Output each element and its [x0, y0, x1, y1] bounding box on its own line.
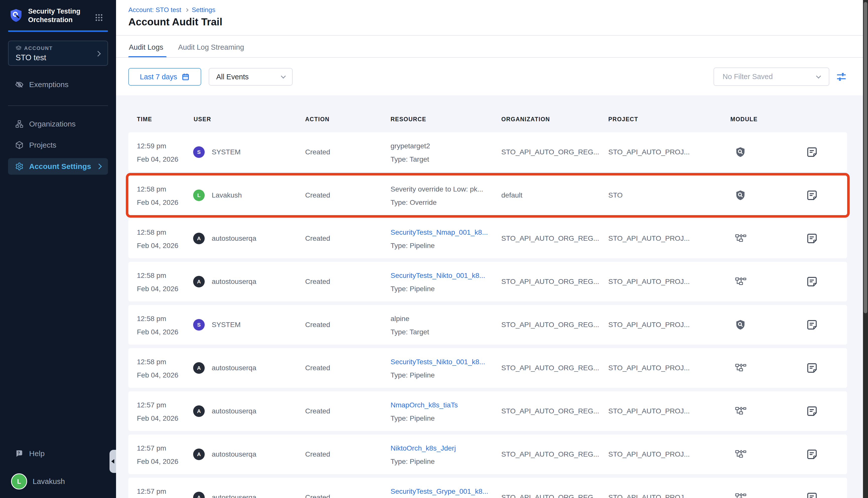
organization-cell: STO_API_AUTO_ORG_REG... [501, 391, 599, 431]
account-selector[interactable]: ACCOUNT STO test [8, 41, 108, 66]
action-cell: Created [305, 348, 330, 388]
table-row[interactable]: 12:57 pmFeb 04, 2026 A autostouserqa Cre… [128, 434, 847, 474]
column-header: USER [194, 116, 211, 123]
event-summary-button[interactable] [806, 348, 817, 388]
sidebar-item-help[interactable]: ? Help [8, 445, 108, 462]
event-summary-button[interactable] [806, 262, 817, 301]
resource-name[interactable]: SecurityTests_Nmap_001_k8... [391, 226, 488, 239]
resource-cell: SecurityTests_Nikto_001_k8... Type: Pipe… [391, 269, 485, 296]
time-cell: 12:58 pmFeb 04, 2026 [137, 226, 178, 252]
note-icon [806, 276, 817, 287]
user-cell: autostouserqa [212, 262, 256, 301]
table-row[interactable]: 12:58 pmFeb 04, 2026 A autostouserqa Cre… [128, 219, 847, 258]
resource-cell: SecurityTests_Nmap_001_k8... Type: Pipel… [391, 226, 488, 252]
resource-name[interactable]: alpine [391, 312, 429, 325]
cube-icon [15, 141, 24, 149]
filter-panel-button[interactable] [835, 70, 848, 83]
scrollbar-thumb[interactable] [864, 2, 867, 313]
user-avatar: A [193, 276, 205, 287]
table-row[interactable]: 12:58 pmFeb 04, 2026 A autostouserqa Cre… [128, 348, 847, 388]
module-cell [735, 478, 747, 498]
pipeline-module-icon [735, 492, 747, 498]
event-summary-button[interactable] [806, 391, 817, 431]
resource-type: Type: Pipeline [391, 368, 485, 382]
user-avatar: A [193, 233, 205, 244]
module-cell [735, 391, 747, 431]
column-header: MODULE [730, 116, 758, 123]
user-menu[interactable]: L Lavakush [11, 473, 65, 489]
time-cell: 12:57 pmFeb 04, 2026 [137, 398, 178, 425]
table-row[interactable]: 12:57 pmFeb 04, 2026 A autostouserqa Cre… [128, 478, 847, 498]
column-header: ACTION [305, 116, 329, 123]
vertical-scrollbar[interactable] [863, 0, 868, 498]
note-icon [806, 492, 817, 498]
project-cell: STO_API_AUTO_PROJ... [608, 219, 690, 258]
pipeline-module-icon [735, 448, 747, 460]
sidebar-item-organizations[interactable]: Organizations [8, 116, 108, 132]
resource-type: Type: Target [391, 325, 429, 339]
breadcrumb-account-link[interactable]: Account: STO test [128, 6, 181, 14]
user-avatar: L [11, 473, 27, 489]
project-cell: STO_API_AUTO_PROJ... [608, 391, 690, 431]
project-cell: STO_API_AUTO_PROJ... [608, 478, 690, 498]
resource-cell: alpine Type: Target [391, 312, 429, 339]
event-summary-button[interactable] [806, 305, 817, 345]
project-cell: STO_API_AUTO_PROJ... [608, 132, 690, 172]
resource-cell: SecurityTests_Grype_001_k8... Type: Pipe… [391, 485, 488, 498]
app-logo-shield-icon[interactable] [10, 7, 23, 25]
resource-name[interactable]: NiktoOrch_k8s_Jderj [391, 442, 456, 455]
event-summary-button[interactable] [806, 478, 817, 498]
time-cell: 12:58 pmFeb 04, 2026 [137, 355, 178, 382]
project-cell: STO_API_AUTO_PROJ... [608, 305, 690, 345]
table-row[interactable]: 12:57 pmFeb 04, 2026 A autostouserqa Cre… [128, 391, 847, 431]
event-summary-button[interactable] [806, 132, 817, 172]
action-cell: Created [305, 262, 330, 301]
tab-audit-log-streaming[interactable]: Audit Log Streaming [178, 43, 244, 51]
app-switcher-grid-icon[interactable] [94, 13, 103, 23]
resource-name[interactable]: NmapOrch_k8s_tiaTs [391, 398, 458, 412]
pipeline-module-icon [735, 233, 747, 245]
saved-filter-dropdown[interactable]: No Filter Saved [714, 67, 829, 86]
sidebar-item-projects[interactable]: Projects [8, 137, 108, 153]
time-cell: 12:57 pmFeb 04, 2026 [137, 485, 178, 498]
breadcrumb-settings-link[interactable]: Settings [192, 6, 216, 14]
column-header: TIME [137, 116, 152, 123]
resource-name[interactable]: grypetarget2 [391, 139, 430, 153]
resource-cell: Severity override to Low: pk... Type: Ov… [391, 183, 483, 209]
project-cell: STO [608, 175, 623, 215]
resource-name[interactable]: Severity override to Low: pk... [391, 183, 483, 196]
events-dropdown[interactable]: All Events [209, 68, 293, 86]
action-cell: Created [305, 305, 330, 345]
note-icon [806, 233, 817, 244]
sidebar-item-exemptions[interactable]: Exemptions [8, 76, 108, 93]
module-cell [735, 262, 747, 301]
resource-type: Type: Pipeline [391, 412, 458, 425]
resource-cell: NiktoOrch_k8s_Jderj Type: Pipeline [391, 442, 456, 468]
event-summary-button[interactable] [806, 219, 817, 258]
action-cell: Created [305, 478, 330, 498]
table-row[interactable]: 12:59 pmFeb 04, 2026 S SYSTEM Created gr… [128, 132, 847, 172]
sidebar-item-account-settings[interactable]: Account Settings [8, 158, 108, 175]
user-cell: autostouserqa [212, 391, 256, 431]
user-cell: autostouserqa [212, 478, 256, 498]
help-chat-icon: ? [15, 449, 24, 458]
resource-name[interactable]: SecurityTests_Nikto_001_k8... [391, 355, 485, 368]
module-cell [735, 348, 747, 388]
date-range-button[interactable]: Last 7 days [128, 68, 201, 86]
module-cell [735, 175, 746, 215]
resource-name[interactable]: SecurityTests_Nikto_001_k8... [391, 269, 485, 282]
table-row[interactable]: 12:58 pmFeb 04, 2026 A autostouserqa Cre… [128, 262, 847, 301]
resource-name[interactable]: SecurityTests_Grype_001_k8... [391, 485, 488, 498]
chevron-down-icon [816, 74, 821, 79]
event-summary-button[interactable] [806, 175, 817, 215]
breadcrumb: Account: STO test Settings [128, 6, 215, 14]
user-cell: autostouserqa [212, 434, 256, 474]
table-row[interactable]: 12:58 pmFeb 04, 2026 L Lavakush Created … [128, 175, 847, 215]
event-summary-button[interactable] [806, 434, 817, 474]
sidebar-collapse-handle[interactable] [109, 450, 116, 473]
table-row[interactable]: 12:58 pmFeb 04, 2026 S SYSTEM Created al… [128, 305, 847, 345]
gear-icon [15, 162, 24, 171]
project-cell: STO_API_AUTO_PROJ... [608, 434, 690, 474]
note-icon [806, 319, 817, 330]
tab-audit-logs[interactable]: Audit Logs [129, 43, 163, 51]
